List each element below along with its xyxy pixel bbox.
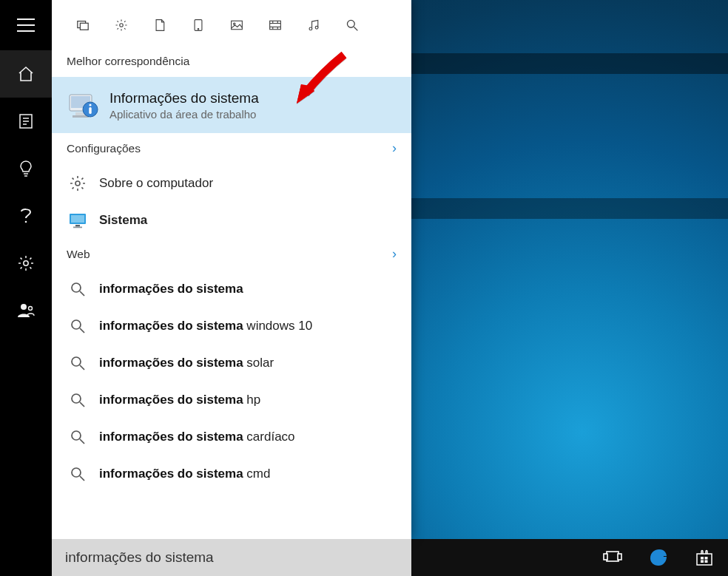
section-web-label: Web xyxy=(67,248,90,261)
svg-point-40 xyxy=(347,20,354,27)
edge-button[interactable] xyxy=(638,539,679,576)
web-result-item[interactable]: informações do sistema cardíaco xyxy=(52,419,411,455)
search-scope-rail xyxy=(0,0,52,576)
svg-point-38 xyxy=(309,27,312,30)
notes-icon xyxy=(18,113,34,129)
svg-line-63 xyxy=(80,439,84,444)
svg-point-22 xyxy=(21,304,27,310)
search-icon xyxy=(68,390,87,410)
settings-result-item[interactable]: Sobre o computador xyxy=(52,165,411,202)
section-best-match-label: Melhor correspondência xyxy=(67,55,189,68)
filter-music-icon[interactable] xyxy=(305,16,323,34)
best-match-item[interactable]: Informações do sistema Aplicativo da áre… xyxy=(52,77,411,133)
result-label: Sistema xyxy=(99,213,147,228)
svg-point-23 xyxy=(29,307,33,311)
svg-line-57 xyxy=(80,328,84,333)
search-icon xyxy=(68,353,87,373)
section-best-match-header: Melhor correspondência xyxy=(52,50,411,77)
search-icon xyxy=(68,279,87,299)
svg-rect-31 xyxy=(270,21,281,29)
svg-rect-9 xyxy=(701,560,704,563)
search-icon xyxy=(68,464,87,484)
svg-rect-51 xyxy=(71,215,84,223)
filter-search-icon[interactable] xyxy=(343,16,361,34)
section-web-header[interactable]: Web › xyxy=(52,239,411,271)
rail-home[interactable] xyxy=(0,50,52,98)
svg-rect-52 xyxy=(75,225,80,227)
web-result-item[interactable]: informações do sistema cmd xyxy=(52,455,411,492)
result-label: Sobre o computador xyxy=(99,176,213,191)
user-icon xyxy=(17,302,35,319)
section-settings-header[interactable]: Configurações › xyxy=(52,133,411,165)
web-result-item[interactable]: informações do sistema xyxy=(52,271,411,308)
rail-tip[interactable] xyxy=(0,145,52,192)
edge-icon xyxy=(647,546,670,569)
filter-web-icon[interactable] xyxy=(189,16,207,34)
svg-point-62 xyxy=(72,431,81,440)
svg-rect-48 xyxy=(89,107,91,114)
svg-rect-4 xyxy=(607,552,619,561)
filter-photo-icon[interactable] xyxy=(228,16,246,34)
svg-line-55 xyxy=(80,291,84,296)
result-label: informações do sistema hp xyxy=(99,393,260,407)
result-label: informações do sistema windows 10 xyxy=(99,319,312,333)
svg-line-59 xyxy=(80,365,84,370)
filter-settings-icon[interactable] xyxy=(112,16,130,34)
cortana-search-panel: Melhor correspondência Informações do si… xyxy=(52,0,411,539)
web-result-item[interactable]: informações do sistema hp xyxy=(52,382,411,419)
svg-line-41 xyxy=(354,27,357,30)
chevron-right-icon: › xyxy=(392,140,397,156)
svg-rect-6 xyxy=(618,554,621,560)
rail-settings[interactable] xyxy=(0,240,52,287)
filter-video-icon[interactable] xyxy=(266,16,284,34)
search-input-wrapper[interactable] xyxy=(52,539,411,576)
taskview-button[interactable] xyxy=(592,539,633,576)
filter-row xyxy=(52,0,411,50)
taskview-icon xyxy=(603,549,622,566)
svg-point-58 xyxy=(72,357,81,366)
hamburger-button[interactable] xyxy=(0,0,52,50)
filter-apps-icon[interactable] xyxy=(74,16,92,34)
svg-rect-25 xyxy=(80,23,88,30)
svg-point-28 xyxy=(198,29,198,30)
svg-point-60 xyxy=(72,394,81,403)
web-result-item[interactable]: informações do sistema windows 10 xyxy=(52,308,411,345)
search-icon xyxy=(68,427,87,447)
svg-point-49 xyxy=(75,181,80,186)
result-label: informações do sistema cmd xyxy=(99,467,270,481)
svg-line-65 xyxy=(80,476,84,481)
best-match-subtitle: Aplicativo da área de trabalho xyxy=(109,108,259,121)
svg-point-64 xyxy=(72,468,81,477)
web-result-item[interactable]: informações do sistema solar xyxy=(52,345,411,382)
system-info-icon xyxy=(67,89,99,121)
rail-help[interactable] xyxy=(0,192,52,240)
rail-user[interactable] xyxy=(0,287,52,334)
home-icon xyxy=(17,65,35,83)
svg-point-47 xyxy=(89,104,91,106)
rail-notes[interactable] xyxy=(0,98,52,145)
svg-point-30 xyxy=(234,23,235,24)
result-label: informações do sistema solar xyxy=(99,356,274,370)
search-input[interactable] xyxy=(65,539,398,576)
store-button[interactable] xyxy=(684,539,725,576)
svg-rect-10 xyxy=(705,560,708,563)
svg-line-61 xyxy=(80,402,84,407)
svg-rect-5 xyxy=(604,554,607,560)
gear-icon xyxy=(68,174,87,193)
svg-point-54 xyxy=(72,283,81,292)
svg-point-20 xyxy=(25,221,27,223)
settings-result-item[interactable]: Sistema xyxy=(52,202,411,239)
svg-point-56 xyxy=(72,320,81,329)
gear-icon xyxy=(17,254,35,272)
section-settings-label: Configurações xyxy=(67,142,141,155)
chevron-right-icon: › xyxy=(392,246,397,262)
best-match-title: Informações do sistema xyxy=(109,90,259,106)
svg-rect-7 xyxy=(701,557,704,560)
filter-document-icon[interactable] xyxy=(151,16,169,34)
store-icon xyxy=(695,548,714,567)
svg-point-26 xyxy=(120,24,124,27)
question-icon xyxy=(19,207,33,225)
svg-rect-53 xyxy=(73,227,82,228)
svg-point-39 xyxy=(315,26,318,29)
search-icon xyxy=(68,316,87,336)
